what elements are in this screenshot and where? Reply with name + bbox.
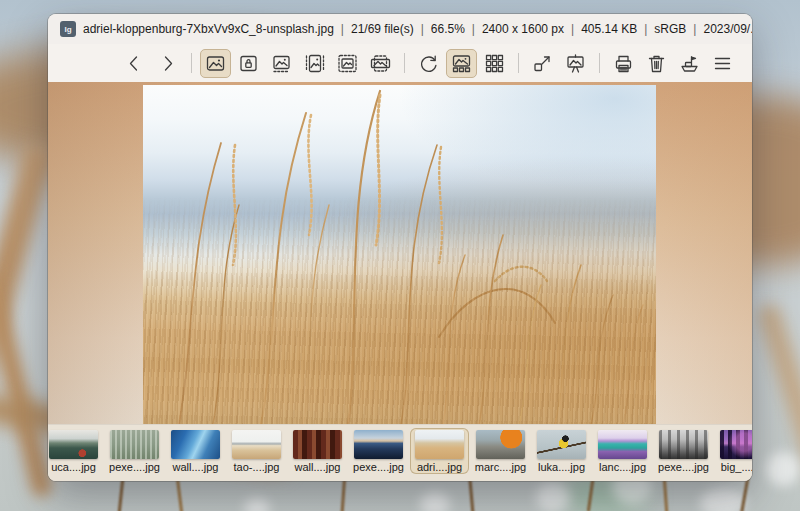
bokeh (420, 492, 450, 511)
titlebar-separator: | (571, 22, 574, 36)
gallery-item[interactable]: marc....jpg (471, 428, 530, 474)
thumbnail-label: lanc....jpg (595, 461, 650, 473)
thumbnail-image (293, 430, 342, 459)
print-button[interactable] (608, 49, 639, 78)
thumbnail-gallery: uca....jpg pexe....jpg wall....jpg tao-.… (48, 424, 752, 481)
titlebar-file-count: 21/69 file(s) (351, 22, 414, 36)
bokeh (700, 488, 746, 511)
bokeh (536, 482, 570, 511)
auto-zoom-button[interactable] (200, 49, 231, 78)
thumbnail-label: pexe....jpg (656, 461, 711, 473)
thumbnail-label: luka....jpg (534, 461, 589, 473)
desktop: Ig adriel-kloppenburg-7XbxVv9xC_8-unspla… (0, 0, 800, 511)
lock-zoom-button[interactable] (233, 49, 264, 78)
viewer-canvas[interactable] (48, 82, 752, 424)
titlebar-separator: | (421, 22, 424, 36)
thumbnail-image (171, 430, 220, 459)
thumbnail-image (354, 430, 403, 459)
titlebar-date: 2023/09/... (703, 22, 752, 36)
titlebar-separator: | (472, 22, 475, 36)
thumbnail-image (232, 430, 281, 459)
titlebar-separator: | (341, 22, 344, 36)
gallery-item-selected[interactable]: adri....jpg (410, 428, 469, 474)
scale-to-fit-button[interactable] (332, 49, 363, 78)
thumbnail-label: wall....jpg (290, 461, 345, 473)
gallery-toggle-button[interactable] (446, 49, 477, 78)
main-image[interactable] (143, 85, 656, 424)
slideshow-button[interactable] (560, 49, 591, 78)
titlebar-filename: adriel-kloppenburg-7XbxVv9xC_8-unsplash.… (83, 22, 334, 36)
gallery-item[interactable]: pexe....jpg (105, 428, 164, 474)
toolbar-separator (191, 53, 192, 73)
thumbnail-label: wall....jpg (168, 461, 223, 473)
gallery-item[interactable]: uca....jpg (48, 428, 103, 474)
refresh-icon (418, 53, 439, 74)
scale-to-height-button[interactable] (299, 49, 330, 78)
gallery-item[interactable]: pexe....jpg (349, 428, 408, 474)
app-logo-icon: Ig (60, 21, 76, 37)
scale-fit-icon (337, 53, 358, 74)
toolbar-separator (599, 53, 600, 73)
thumbnail-image (537, 430, 586, 459)
next-button[interactable] (152, 49, 183, 78)
chevron-left-icon (124, 53, 145, 74)
print-icon (613, 53, 634, 74)
thumbnail-image (659, 430, 708, 459)
thumbnail-label: pexe....jpg (107, 461, 162, 473)
thumbnail-image (598, 430, 647, 459)
titlebar-dimensions: 2400 x 1600 px (482, 22, 564, 36)
scale-fill-icon (370, 53, 391, 74)
boat-icon (679, 53, 700, 74)
gallery-item[interactable]: pexe....jpg (654, 428, 713, 474)
gallery-item[interactable]: luka....jpg (532, 428, 591, 474)
thumbnail-label: marc....jpg (473, 461, 528, 473)
previous-button[interactable] (119, 49, 150, 78)
titlebar-zoom-level: 66.5% (431, 22, 465, 36)
thumbnail-image (110, 430, 159, 459)
thumbnail-image (49, 430, 98, 459)
scale-to-fill-button[interactable] (365, 49, 396, 78)
gallery-item[interactable]: lanc....jpg (593, 428, 652, 474)
gallery-item[interactable]: big_....jpg (715, 428, 752, 474)
gallery-icon (451, 53, 472, 74)
titlebar-colorspace: sRGB (654, 22, 686, 36)
wallpaper-stalk (0, 271, 54, 499)
thumbnail-image (415, 430, 464, 459)
thumbnail-label: adri....jpg (412, 461, 467, 473)
thumbnail-label: big_....jpg (717, 461, 752, 473)
toolbar-separator (518, 53, 519, 73)
titlebar-filesize: 405.14 KB (581, 22, 637, 36)
scale-to-width-button[interactable] (266, 49, 297, 78)
scale-height-icon (304, 53, 325, 74)
toolbar-separator (404, 53, 405, 73)
scale-width-icon (271, 53, 292, 74)
thumbnail-label: uca....jpg (48, 461, 101, 473)
imageglass-window: Ig adriel-kloppenburg-7XbxVv9xC_8-unspla… (48, 14, 752, 481)
gallery-item[interactable]: wall....jpg (288, 428, 347, 474)
main-menu-button[interactable] (707, 49, 738, 78)
gallery-item[interactable]: wall....jpg (166, 428, 225, 474)
lock-icon (238, 53, 259, 74)
titlebar-separator: | (644, 22, 647, 36)
thumbnail-image (476, 430, 525, 459)
chevron-right-icon (157, 53, 178, 74)
thumbnail-label: tao-....jpg (229, 461, 284, 473)
gallery-item[interactable]: tao-....jpg (227, 428, 286, 474)
bokeh (244, 498, 270, 511)
fullscreen-button[interactable] (527, 49, 558, 78)
hamburger-menu-icon (712, 53, 733, 74)
bokeh (766, 452, 800, 486)
wheat-texture (143, 85, 656, 424)
slideshow-icon (565, 53, 586, 74)
thumbnail-label: pexe....jpg (351, 461, 406, 473)
refresh-button[interactable] (413, 49, 444, 78)
titlebar-separator: | (693, 22, 696, 36)
grid-view-button[interactable] (479, 49, 510, 78)
grid-icon (484, 53, 505, 74)
photo-icon (205, 53, 226, 74)
titlebar[interactable]: Ig adriel-kloppenburg-7XbxVv9xC_8-unspla… (48, 14, 752, 44)
delete-button[interactable] (641, 49, 672, 78)
trash-icon (646, 53, 667, 74)
edit-tools-button[interactable] (674, 49, 705, 78)
toolbar (48, 44, 752, 82)
